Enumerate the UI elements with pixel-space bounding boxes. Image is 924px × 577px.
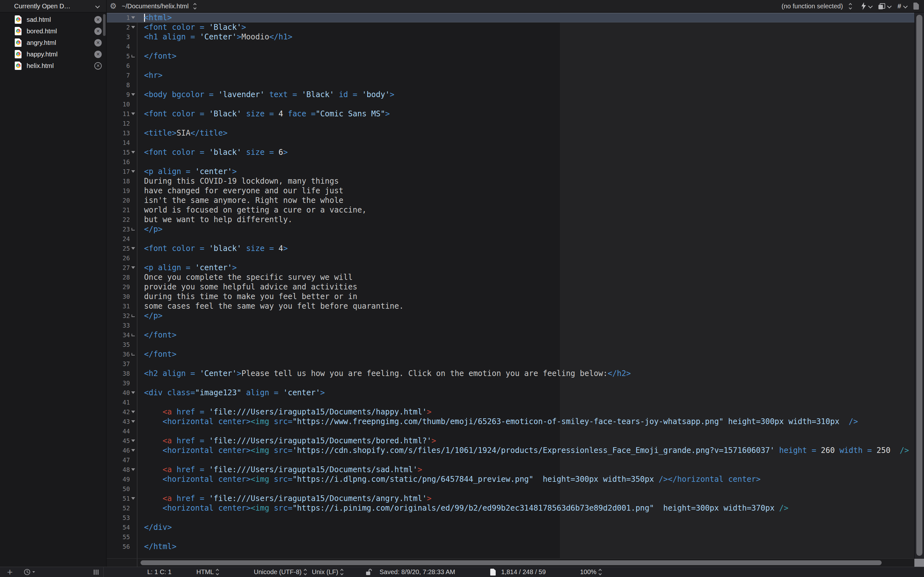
code-line[interactable]: 32</p> bbox=[107, 311, 914, 321]
code-line[interactable]: 5</font> bbox=[107, 51, 914, 61]
code-line[interactable]: 18During this COVID-19 lockdown, many th… bbox=[107, 176, 914, 186]
language-selector[interactable]: HTML bbox=[196, 567, 218, 577]
code-line[interactable]: 45 <a href = 'file:///Users/iragupta15/D… bbox=[107, 436, 914, 446]
fold-marker-icon[interactable] bbox=[130, 468, 136, 471]
code-line[interactable]: 34</font> bbox=[107, 330, 914, 340]
code-line[interactable]: 10 bbox=[107, 99, 914, 109]
fold-marker-icon[interactable] bbox=[130, 170, 136, 173]
fold-marker-icon[interactable] bbox=[130, 449, 136, 452]
fold-marker-icon[interactable] bbox=[130, 113, 136, 115]
sidebar-file-item[interactable]: sad.html✕ bbox=[0, 14, 106, 25]
code-line[interactable]: 13<title>SIA</title> bbox=[107, 128, 914, 138]
close-file-button[interactable]: ✕ bbox=[94, 16, 102, 23]
code-line[interactable]: 54</div> bbox=[107, 522, 914, 532]
fold-marker-icon[interactable] bbox=[130, 247, 136, 250]
close-file-button[interactable]: ✕ bbox=[94, 62, 102, 69]
document-icon[interactable] bbox=[913, 3, 919, 10]
code-line[interactable]: 44 bbox=[107, 426, 914, 436]
code-line[interactable]: 38<h2 align = 'Center'>Please tell us ho… bbox=[107, 369, 914, 378]
code-line[interactable]: 42 <a href = 'file:///Users/iragupta15/D… bbox=[107, 407, 914, 417]
code-line[interactable]: 40<div class="image123" align = 'center'… bbox=[107, 388, 914, 398]
fold-marker-icon[interactable] bbox=[130, 93, 136, 96]
lock-toggle[interactable] bbox=[366, 567, 372, 577]
fold-marker-icon[interactable] bbox=[130, 266, 136, 269]
code-line[interactable]: 28Once you complete the specific survey … bbox=[107, 272, 914, 282]
code-line[interactable]: 39 bbox=[107, 378, 914, 388]
code-line[interactable]: 46 <horizontal center><img src='https://… bbox=[107, 446, 914, 455]
function-selector-stepper[interactable] bbox=[849, 3, 851, 9]
sidebar-scrollbar-thumb[interactable] bbox=[103, 14, 105, 36]
code-line[interactable]: 19have changed for everyone and our life… bbox=[107, 186, 914, 195]
code-line[interactable]: 53 bbox=[107, 513, 914, 522]
code-line[interactable]: 3<h1 align = 'Center'>Moodio</h1> bbox=[107, 32, 914, 42]
code-line[interactable]: 2<font color = 'Black'> bbox=[107, 23, 914, 32]
fold-marker-icon[interactable] bbox=[130, 151, 136, 153]
horizontal-scrollbar-thumb[interactable] bbox=[141, 560, 882, 565]
code-line[interactable]: 30during this time to make you feel bett… bbox=[107, 292, 914, 301]
code-line[interactable]: 33 bbox=[107, 321, 914, 330]
close-file-button[interactable]: ✕ bbox=[94, 39, 102, 47]
line-ending-selector[interactable]: Unix (LF) bbox=[312, 567, 343, 577]
code-line[interactable]: 8 bbox=[107, 80, 914, 90]
close-file-button[interactable]: ✕ bbox=[94, 27, 102, 35]
code-line[interactable]: 6 bbox=[107, 61, 914, 71]
documents-menu-button[interactable] bbox=[879, 3, 891, 9]
vertical-scrollbar-thumb[interactable] bbox=[916, 15, 922, 556]
code-line[interactable]: 25<font color = 'black' size = 4> bbox=[107, 243, 914, 253]
code-line[interactable]: 11<font color = 'Black' size = 4 face ="… bbox=[107, 109, 914, 119]
code-line[interactable]: 56</html> bbox=[107, 542, 914, 551]
fold-marker-icon[interactable] bbox=[130, 420, 136, 423]
encoding-selector[interactable]: Unicode (UTF-8) bbox=[254, 567, 306, 577]
sidebar-file-item[interactable]: helix.html✕ bbox=[0, 60, 106, 71]
code-line[interactable]: 16 bbox=[107, 157, 914, 167]
code-line[interactable]: 1<html> bbox=[107, 13, 914, 23]
code-line[interactable]: 36</font> bbox=[107, 350, 914, 359]
fold-marker-icon[interactable] bbox=[130, 440, 136, 442]
fold-marker-icon[interactable] bbox=[130, 411, 136, 413]
fold-marker-icon[interactable] bbox=[130, 26, 136, 29]
code-line[interactable]: 7<hr> bbox=[107, 71, 914, 80]
vertical-scrollbar[interactable] bbox=[914, 13, 924, 567]
recent-files-button[interactable] bbox=[24, 567, 35, 577]
code-line[interactable]: 50 bbox=[107, 484, 914, 494]
code-line[interactable]: 35 bbox=[107, 340, 914, 350]
code-line[interactable]: 9<body bgcolor = 'lavender' text = 'Blac… bbox=[107, 90, 914, 99]
code-line[interactable]: 31some cases feel the same way you felt … bbox=[107, 301, 914, 311]
code-line[interactable]: 26 bbox=[107, 253, 914, 263]
close-file-button[interactable]: ✕ bbox=[94, 51, 102, 58]
zoom-selector[interactable]: 100% bbox=[580, 567, 601, 577]
code-line[interactable]: 43 <horizontal center><img src="https://… bbox=[107, 417, 914, 426]
sidebar-toggle[interactable] bbox=[94, 567, 99, 577]
sidebar-file-item[interactable]: bored.html✕ bbox=[0, 25, 106, 37]
code-line[interactable]: 4 bbox=[107, 42, 914, 51]
code-line[interactable]: 21world is focused on getting a cure or … bbox=[107, 205, 914, 215]
path-stepper[interactable] bbox=[194, 3, 196, 9]
snippets-button[interactable] bbox=[861, 2, 872, 10]
sidebar-file-item[interactable]: happy.html✕ bbox=[0, 48, 106, 60]
code-line[interactable]: 15<font color = 'black' size = 6> bbox=[107, 147, 914, 157]
code-line[interactable]: 55 bbox=[107, 532, 914, 542]
fold-marker-icon[interactable] bbox=[130, 497, 136, 500]
code-line[interactable]: 51 <a href = 'file:///Users/iragupta15/D… bbox=[107, 494, 914, 503]
code-line[interactable]: 14 bbox=[107, 138, 914, 147]
sidebar-file-item[interactable]: angry.html✕ bbox=[0, 37, 106, 48]
code-line[interactable]: 47 bbox=[107, 455, 914, 465]
code-line[interactable]: 27<p align = 'center'> bbox=[107, 263, 914, 272]
code-line[interactable]: 29provide you some helpful advice and ac… bbox=[107, 282, 914, 292]
code-line[interactable]: 48 <a href = 'file:///Users/iragupta15/D… bbox=[107, 465, 914, 474]
code-line[interactable]: 22but we want to help differently. bbox=[107, 215, 914, 224]
new-document-button[interactable]: + bbox=[7, 567, 13, 577]
fold-marker-icon[interactable] bbox=[130, 392, 136, 394]
code-line[interactable]: 20isn't the same anymore. Right now the … bbox=[107, 195, 914, 205]
code-line[interactable]: 49 <horizontal center><img src="https://… bbox=[107, 474, 914, 484]
code-line[interactable]: 37 bbox=[107, 359, 914, 369]
code-line[interactable]: 23</p> bbox=[107, 224, 914, 234]
code-line[interactable]: 17<p align = 'center'> bbox=[107, 167, 914, 176]
code-line[interactable]: 41 bbox=[107, 398, 914, 407]
open-documents-selector[interactable]: Currently Open D… bbox=[0, 0, 107, 12]
line-actions-button[interactable]: # bbox=[897, 2, 907, 10]
code-line[interactable]: 24 bbox=[107, 234, 914, 243]
horizontal-scrollbar[interactable] bbox=[107, 558, 914, 567]
code-editor[interactable]: 1<html>2<font color = 'Black'>3<h1 align… bbox=[107, 13, 914, 558]
code-line[interactable]: 12 bbox=[107, 119, 914, 128]
